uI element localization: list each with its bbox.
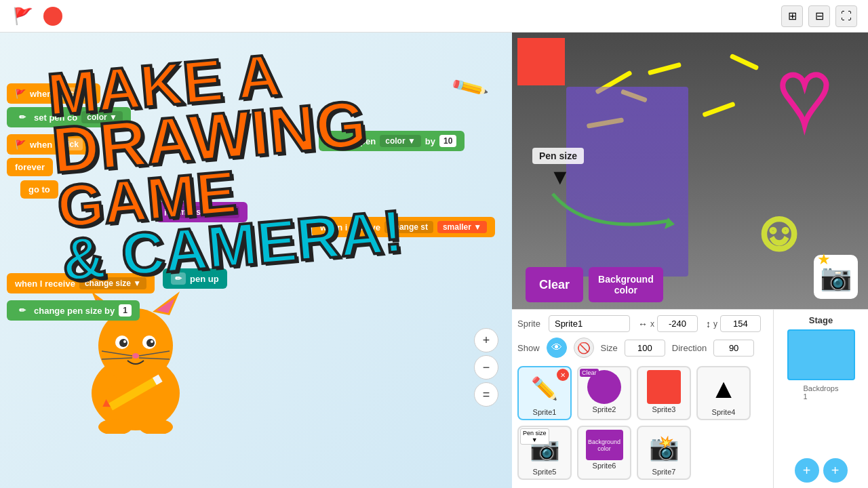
sprite-card-3[interactable]: Sprite3 bbox=[637, 366, 691, 420]
block-when-clicked-1[interactable]: 🚩 when clicked bbox=[7, 83, 100, 104]
block-when-clicked-2[interactable]: 🚩 when click bbox=[7, 134, 91, 155]
sprites-panel: Sprite ↔ x ↕ y Show 👁 bbox=[512, 310, 773, 488]
sprite-card-4[interactable]: ▲ Sprite4 bbox=[696, 366, 751, 420]
pen-size-label: Pen size bbox=[532, 148, 584, 164]
sprite-card-name-7: Sprite7 bbox=[641, 468, 687, 476]
backdrops-label: Backdrops 1 bbox=[804, 384, 839, 401]
block-if-mouse[interactable]: if mouse dow ▼ bbox=[156, 202, 248, 222]
sprite-card-name-1: Sprite1 bbox=[521, 408, 568, 416]
blocks-area: 🚩 when clicked ✏ set pen co color ▼ chan… bbox=[0, 33, 512, 488]
block-change-pen-color[interactable]: change pen color ▼ by 10 bbox=[319, 131, 465, 151]
clear-button[interactable]: Clear bbox=[526, 267, 583, 302]
star-icon: ★ bbox=[817, 251, 831, 268]
sprite-card-2[interactable]: Clear Sprite2 bbox=[577, 366, 631, 420]
sprite-card-name-6: Sprite6 bbox=[581, 462, 627, 470]
code-area: MAKE A DRAWING GAME & CAMERA! ✏️ 🚩 when … bbox=[0, 33, 512, 488]
svg-marker-23 bbox=[665, 218, 675, 229]
y-coord-input[interactable] bbox=[720, 315, 761, 332]
top-bar: 🚩 ⊞ ⊟ ⛶ bbox=[0, 0, 868, 33]
sprite-name-input[interactable] bbox=[549, 315, 630, 332]
bottom-panel: Sprite ↔ x ↕ y Show 👁 bbox=[512, 309, 868, 488]
y-coord-label: y bbox=[713, 319, 717, 329]
zoom-out-button[interactable]: − bbox=[474, 355, 498, 380]
zoom-fit-button[interactable]: = bbox=[474, 382, 498, 407]
sprite-card-1[interactable]: ✕ ✏️ Sprite1 bbox=[517, 366, 572, 420]
add-buttons-row: + + bbox=[795, 458, 848, 483]
sprite-card-img-3 bbox=[647, 370, 681, 404]
block-receive-size[interactable]: when I receive change size ▼ bbox=[7, 273, 155, 293]
direction-label: Direction bbox=[672, 343, 707, 353]
green-arrow-svg bbox=[532, 180, 702, 248]
stage-red-square bbox=[517, 38, 565, 85]
block-flag-icon-2: 🚩 bbox=[15, 140, 26, 150]
top-bar-right: ⊞ ⊟ ⛶ bbox=[781, 5, 857, 27]
sprite-delete-button-1[interactable]: ✕ bbox=[557, 369, 569, 381]
show-hidden-button[interactable]: 🚫 bbox=[574, 338, 594, 358]
sprite-card-name-2: Sprite2 bbox=[581, 405, 627, 413]
x-coord-group: ↔ x bbox=[638, 315, 698, 332]
block-change-pen-size[interactable]: ✏ change pen size by 1 bbox=[7, 300, 140, 321]
smiley-drawing: ☺ bbox=[751, 204, 807, 258]
block-set-pen-color[interactable]: ✏ set pen co color ▼ bbox=[7, 107, 131, 127]
stage-background: ♥ ☺ Pen size ▼ 📷 ★ Clear bbox=[512, 33, 868, 309]
stage-thumbnail[interactable] bbox=[787, 329, 855, 380]
layout-button-fullscreen[interactable]: ⛶ bbox=[835, 5, 857, 27]
block-receive-smaller[interactable]: when i receive change st smaller ▼ bbox=[312, 217, 495, 237]
sprite-card-img-7: 📸 bbox=[644, 430, 684, 466]
flag-icon: 🚩 bbox=[13, 7, 33, 26]
block-go-to[interactable]: go to bbox=[20, 180, 58, 199]
sprite-card-img-4: ▲ bbox=[703, 370, 744, 407]
add-sprite-button[interactable]: + bbox=[795, 458, 819, 483]
top-bar-left: 🚩 bbox=[11, 4, 62, 28]
heart-drawing: ♥ bbox=[778, 49, 831, 138]
sprite-card-name-3: Sprite3 bbox=[641, 405, 687, 413]
x-arrow-icon: ↔ bbox=[638, 319, 648, 329]
size-label: Size bbox=[601, 343, 618, 353]
add-backdrop-button[interactable]: + bbox=[823, 458, 848, 483]
x-coord-input[interactable] bbox=[657, 315, 698, 332]
block-flag-icon: 🚩 bbox=[15, 89, 26, 99]
block-forever[interactable]: forever bbox=[7, 158, 53, 176]
sprite-card-7[interactable]: 📸 Sprite7 bbox=[637, 426, 691, 480]
sprite-grid: ✕ ✏️ Sprite1 Clear Sprite2 Sprite3 bbox=[517, 363, 768, 483]
main-area: MAKE A DRAWING GAME & CAMERA! ✏️ 🚩 when … bbox=[0, 33, 868, 488]
layout-button-2[interactable]: ⊟ bbox=[808, 5, 830, 27]
stop-button[interactable] bbox=[43, 7, 62, 26]
sprite-card-6[interactable]: Background color Sprite6 bbox=[577, 426, 631, 480]
sprite-clear-badge-2: Clear bbox=[580, 369, 599, 377]
sprite-props-row: Show 👁 🚫 Size Direction bbox=[517, 338, 768, 358]
sprite-card-img-6: Background color bbox=[586, 430, 623, 460]
y-arrow-icon: ↕ bbox=[706, 319, 711, 329]
right-panel: ♥ ☺ Pen size ▼ 📷 ★ Clear bbox=[512, 33, 868, 488]
stage-buttons: Clear Backgroundcolor bbox=[526, 267, 663, 302]
size-input[interactable] bbox=[625, 340, 665, 357]
y-coord-group: ↕ y bbox=[706, 315, 761, 332]
background-color-button[interactable]: Backgroundcolor bbox=[589, 267, 663, 302]
sprite-card-name-5: Sprite5 bbox=[521, 468, 568, 476]
direction-input[interactable] bbox=[713, 340, 754, 357]
zoom-controls: + − = bbox=[474, 328, 498, 407]
sprite-info-row: Sprite ↔ x ↕ y bbox=[517, 315, 768, 332]
green-flag-button[interactable]: 🚩 bbox=[11, 4, 35, 28]
layout-button-1[interactable]: ⊞ bbox=[781, 5, 803, 27]
stage-panel-title: Stage bbox=[809, 315, 833, 325]
pensize-badge-5: Pen size▼ bbox=[520, 428, 549, 445]
show-label: Show bbox=[517, 343, 540, 353]
stage-preview: ♥ ☺ Pen size ▼ 📷 ★ Clear bbox=[512, 33, 868, 309]
sprite-label: Sprite bbox=[517, 319, 540, 329]
block-pen-up[interactable]: ✏ pen up bbox=[163, 268, 227, 289]
sprite-card-name-4: Sprite4 bbox=[701, 408, 747, 416]
x-coord-label: x bbox=[650, 319, 654, 329]
sprite-card-5[interactable]: Pen size▼ 📷 Sprite5 bbox=[517, 426, 572, 480]
zoom-in-button[interactable]: + bbox=[474, 328, 498, 352]
stage-side-panel: Stage Backdrops 1 + + bbox=[773, 310, 868, 488]
show-visible-button[interactable]: 👁 bbox=[547, 338, 567, 358]
